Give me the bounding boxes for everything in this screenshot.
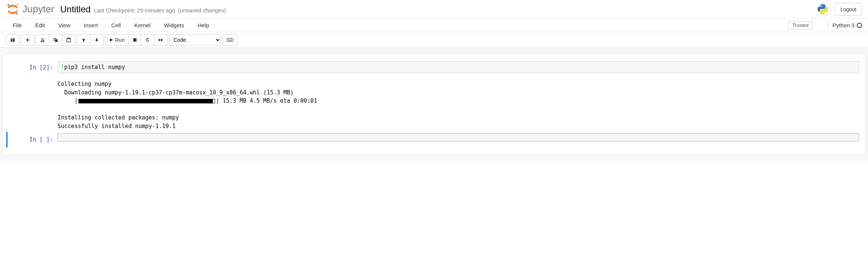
svg-rect-7 [230, 39, 231, 40]
title-area: Untitled Last Checkpoint: 29 minutes ago… [60, 4, 226, 15]
toolbar: Run Code [0, 32, 868, 48]
code-cell[interactable]: In [2]: !pip3 install numpy [6, 60, 862, 75]
input-prompt: In [ ]: [9, 133, 58, 146]
checkpoint-status: Last Checkpoint: 29 minutes ago [94, 7, 175, 13]
unsaved-status: (unsaved changes) [178, 7, 226, 13]
play-icon [109, 38, 114, 42]
cut-button[interactable] [36, 34, 49, 46]
shell-bang: ! [61, 64, 64, 71]
menu-kernel[interactable]: Kernel [128, 19, 157, 31]
insert-cell-button[interactable] [21, 34, 34, 46]
output-line: Collecting numpy [58, 81, 112, 87]
run-label: Run [115, 37, 125, 43]
code-cell[interactable]: In [ ]: [6, 132, 862, 147]
fast-forward-icon [158, 37, 163, 43]
command-palette-button[interactable] [223, 34, 238, 46]
python-icon [817, 3, 829, 15]
svg-point-1 [16, 13, 18, 15]
logout-button[interactable]: Logout [835, 3, 862, 16]
progress-prefix: | [58, 97, 78, 105]
menu-widgets[interactable]: Widgets [157, 19, 191, 31]
kernel-name: Python 3 [833, 22, 855, 28]
progress-bar [78, 97, 215, 105]
copy-icon [53, 37, 58, 43]
svg-point-0 [7, 4, 9, 6]
svg-rect-8 [231, 39, 232, 40]
jupyter-logo[interactable]: Jupyter [6, 3, 54, 16]
svg-rect-4 [227, 38, 233, 41]
cut-icon [40, 37, 45, 43]
arrow-down-icon [94, 37, 99, 43]
menu-help[interactable]: Help [191, 19, 216, 31]
arrow-up-icon [81, 37, 86, 43]
menu-cell[interactable]: Cell [105, 19, 128, 31]
code-input[interactable]: !pip3 install numpy [58, 61, 859, 73]
cell-type-select[interactable]: Code [169, 34, 221, 46]
kernel-status-icon [857, 23, 862, 28]
save-button[interactable] [6, 34, 19, 46]
output-progress-line: || 15.3 MB 4.5 MB/s eta 0:00:01 [58, 97, 862, 105]
svg-point-2 [17, 4, 18, 5]
code-text: pip3 install numpy [64, 64, 125, 71]
cell-output: Collecting numpy Downloading numpy-1.19.… [6, 77, 862, 132]
interrupt-button[interactable] [129, 34, 141, 46]
restart-button[interactable] [141, 34, 154, 46]
menu-edit[interactable]: Edit [28, 19, 52, 31]
save-icon [10, 37, 15, 43]
progress-suffix: | 15.3 MB 4.5 MB/s eta 0:00:01 [216, 97, 317, 105]
restart-icon [145, 37, 150, 43]
svg-rect-9 [228, 40, 232, 41]
input-prompt: In [2]: [9, 61, 58, 74]
paste-icon [66, 37, 71, 43]
trusted-indicator[interactable]: Trusted [788, 21, 813, 29]
menubar: File Edit View Insert Cell Kernel Widget… [0, 19, 868, 32]
kernel-indicator[interactable]: Python 3 [828, 22, 862, 28]
paste-button[interactable] [62, 34, 75, 46]
move-down-button[interactable] [90, 34, 103, 46]
output-line: Successfully installed numpy-1.19.1 [58, 123, 176, 130]
code-input[interactable] [58, 133, 859, 141]
notebook: In [2]: !pip3 install numpy Collecting n… [3, 54, 865, 155]
notebook-header: Jupyter Untitled Last Checkpoint: 29 min… [0, 0, 868, 19]
svg-rect-5 [228, 39, 229, 40]
stop-icon [133, 38, 137, 42]
run-button[interactable]: Run [105, 34, 129, 46]
copy-button[interactable] [49, 34, 62, 46]
notebook-container: In [2]: !pip3 install numpy Collecting n… [0, 48, 868, 161]
move-up-button[interactable] [77, 34, 90, 46]
svg-rect-3 [133, 38, 136, 41]
menu-view[interactable]: View [52, 19, 77, 31]
plus-icon [25, 37, 30, 43]
logo-text: Jupyter [22, 3, 54, 15]
restart-run-all-button[interactable] [154, 34, 167, 46]
menu-insert[interactable]: Insert [77, 19, 105, 31]
notebook-title[interactable]: Untitled [60, 4, 90, 15]
output-line: Downloading numpy-1.19.1-cp37-cp37m-maco… [58, 89, 294, 96]
keyboard-icon [227, 38, 233, 42]
output-line: Installing collected packages: numpy [58, 114, 179, 121]
svg-rect-6 [229, 39, 230, 40]
jupyter-icon [6, 3, 19, 16]
menu-file[interactable]: File [6, 19, 28, 31]
